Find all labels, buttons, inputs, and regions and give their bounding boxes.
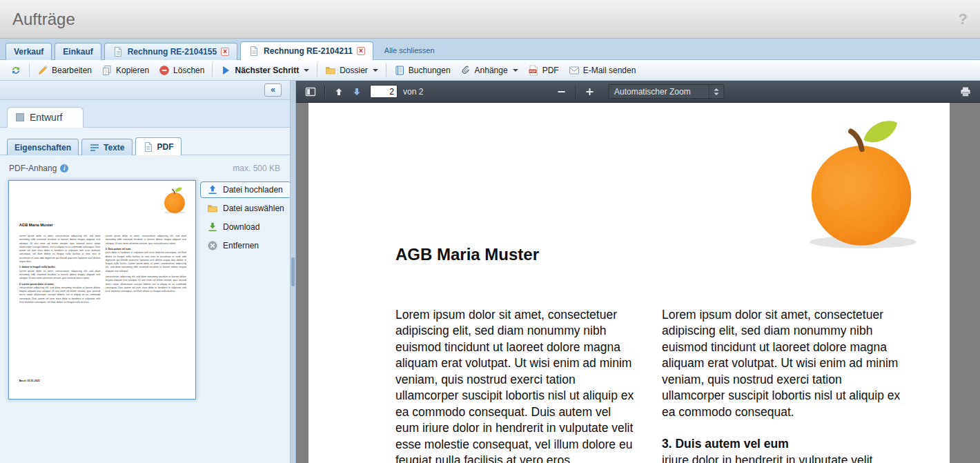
tab-label: Rechnung RE-2104155 — [128, 47, 217, 57]
pencil-icon — [37, 65, 48, 76]
pdf-document-heading: AGB Maria Muster — [395, 245, 539, 264]
status-label: Entwurf — [30, 112, 62, 123]
tab-einkauf[interactable]: Einkauf — [55, 43, 101, 60]
edit-button[interactable]: Bearbeiten — [32, 63, 97, 78]
panel-tabstrip: Eigenschaften Texte PDF — [0, 128, 290, 155]
tab-rechnung-re-2104155[interactable]: Rechnung RE-2104155 — [104, 43, 237, 60]
sidebar-toggle-icon — [305, 86, 316, 97]
print-button[interactable] — [957, 85, 974, 99]
toggle-sidebar-button[interactable] — [302, 85, 320, 99]
thumbnail-paragraph: consectetuer adipiscing elit, sed diam n… — [19, 286, 101, 304]
page-title: Aufträge — [12, 10, 75, 29]
collapse-panel-button[interactable] — [264, 83, 282, 97]
button-label: Entfernen — [223, 241, 259, 250]
pdf-paragraph: Lorem ipsum dolor sit amet, consectetuer… — [662, 307, 901, 420]
button-label: Download — [223, 222, 259, 232]
minus-icon — [556, 86, 567, 97]
tab-label: Einkauf — [63, 47, 92, 57]
choose-file-button[interactable]: Datei auswählen — [200, 200, 291, 217]
send-email-button[interactable]: E-Mail senden — [564, 63, 641, 78]
plus-icon — [584, 86, 595, 97]
viewer-separator — [575, 86, 576, 98]
dossier-button[interactable]: Dossier — [320, 63, 383, 78]
remove-circle-icon — [207, 240, 218, 251]
toolbar-separator — [212, 63, 213, 77]
close-tab-icon[interactable] — [357, 47, 365, 55]
next-page-button[interactable] — [348, 85, 366, 99]
bookings-button[interactable]: Buchungen — [389, 63, 455, 78]
info-icon[interactable] — [60, 164, 68, 173]
viewer-separator — [324, 86, 325, 98]
download-button[interactable]: Download — [200, 219, 291, 235]
thumbnail-paragraph: consectetuer adipiscing elit, sed diam n… — [106, 275, 187, 293]
apple-illustration — [163, 186, 187, 214]
button-label: PDF — [542, 66, 559, 75]
zoom-out-button[interactable] — [552, 85, 570, 99]
button-label: Datei hochladen — [223, 185, 283, 195]
pdf-viewer: von 2 Automatischer Zoom — [296, 81, 980, 463]
toolbar-separator — [317, 63, 317, 77]
refresh-button[interactable] — [6, 63, 26, 78]
pdf-button[interactable]: PDF PDF — [523, 63, 564, 78]
pdf-thumbnail[interactable]: AGB Maria Muster Lorem ipsum dolor sit a… — [8, 180, 196, 400]
pdf-viewer-toolbar: von 2 Automatischer Zoom — [296, 81, 980, 103]
draft-square-icon — [16, 113, 24, 121]
thumbnail-footer: Basel, 01.01.2021 — [19, 379, 40, 382]
document-icon — [143, 141, 154, 152]
apple-illustration — [803, 110, 919, 253]
toolbar-separator — [29, 63, 30, 77]
tab-texte[interactable]: Texte — [81, 139, 132, 155]
tab-pdf[interactable]: PDF — [135, 137, 182, 155]
thumbnail-column-left: Lorem ipsum dolor sit amet, consectetuer… — [19, 234, 101, 374]
pdf-viewer-canvas[interactable]: AGB Maria Muster Lorem ipsum dolor sit a… — [296, 103, 980, 463]
remove-button[interactable]: Entfernen — [200, 237, 291, 254]
caret-down-icon — [373, 69, 378, 72]
help-icon[interactable]: ? — [959, 10, 968, 28]
page-number-input[interactable] — [370, 85, 398, 98]
upload-file-button[interactable]: Datei hochladen — [200, 181, 291, 198]
button-label: Datei auswählen — [223, 204, 284, 213]
document-icon — [112, 46, 124, 57]
printer-icon — [960, 86, 971, 97]
text-lines-icon — [89, 142, 100, 153]
tab-verkauf[interactable]: Verkauf — [6, 43, 52, 60]
button-label: Bearbeiten — [52, 66, 92, 75]
button-label: Dossier — [340, 66, 368, 75]
page-count-label: von 2 — [403, 87, 423, 97]
attachments-button[interactable]: Anhänge — [455, 63, 523, 78]
previous-page-button[interactable] — [330, 85, 348, 99]
max-size-label: max. 500 KB — [233, 164, 280, 173]
pdf-paragraph: Lorem ipsum dolor sit amet, consectetuer… — [395, 307, 634, 463]
delete-button[interactable]: Löschen — [154, 63, 209, 78]
button-label: Anhänge — [475, 66, 508, 75]
delete-icon — [159, 65, 170, 76]
pdf-column-left: Lorem ipsum dolor sit amet, consectetuer… — [395, 307, 634, 463]
zoom-in-button[interactable] — [580, 85, 598, 99]
paperclip-icon — [460, 65, 471, 76]
pdf-attachment-section-header: PDF-Anhang max. 500 KB — [0, 155, 290, 179]
envelope-icon — [569, 65, 580, 76]
button-label: Nächster Schritt — [235, 66, 299, 75]
tab-eigenschaften[interactable]: Eigenschaften — [7, 139, 79, 155]
copy-button[interactable]: Kopieren — [97, 63, 154, 78]
zoom-select[interactable]: Automatischer Zoom — [608, 84, 724, 99]
copy-icon — [101, 65, 112, 76]
status-badge: Entwurf — [7, 107, 84, 128]
download-icon — [207, 221, 218, 233]
status-row: Entwurf — [0, 100, 290, 128]
panel-header — [0, 81, 290, 100]
folder-icon — [325, 65, 336, 76]
detail-panel: Entwurf Eigenschaften Texte PDF PDF-Anha… — [0, 81, 290, 463]
close-tab-icon[interactable] — [221, 48, 229, 56]
pdf-attachment-area: AGB Maria Muster Lorem ipsum dolor sit a… — [0, 179, 290, 400]
pdf-paragraph: iriure dolor in hendrerit in vulputate v… — [662, 453, 901, 463]
tab-rechnung-re-2104211[interactable]: Rechnung RE-2104211 — [240, 41, 373, 60]
panel-splitter[interactable] — [290, 81, 296, 463]
thumbnail-page: AGB Maria Muster Lorem ipsum dolor sit a… — [9, 181, 196, 400]
arrow-down-icon — [351, 86, 362, 97]
splitter-handle-icon — [291, 257, 295, 286]
next-step-button[interactable]: Nächster Schritt — [215, 63, 314, 78]
close-all-tabs-link[interactable]: Alle schliessen — [384, 46, 435, 55]
tab-label: PDF — [157, 142, 174, 152]
thumbnail-title: AGB Maria Muster — [19, 223, 53, 228]
